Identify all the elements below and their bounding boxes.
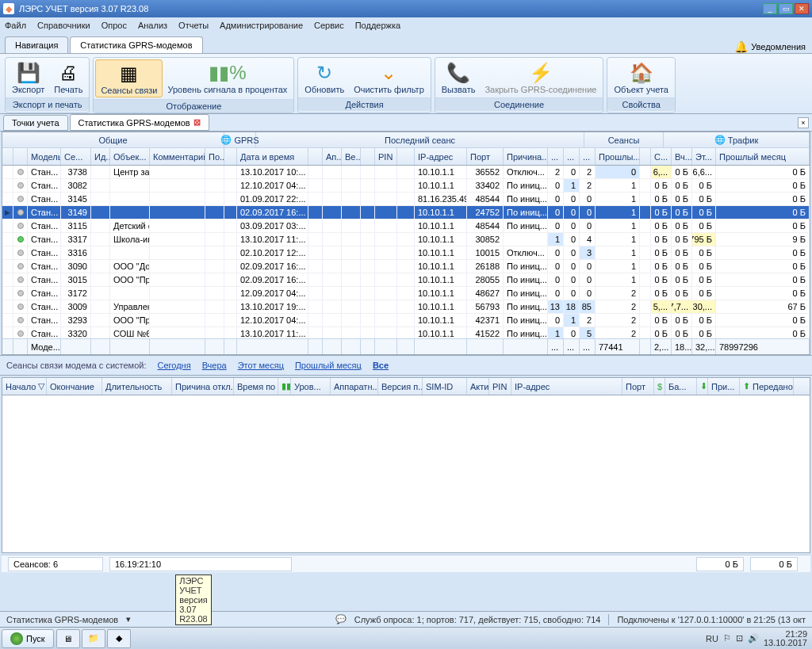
col-end[interactable]: Окончание bbox=[47, 378, 102, 395]
col-26[interactable]: Эт... bbox=[692, 148, 716, 165]
menu-analiz[interactable]: Анализ bbox=[138, 21, 167, 30]
ctab-points[interactable]: Точки учета bbox=[3, 115, 68, 131]
col-21[interactable]: ... bbox=[580, 148, 596, 165]
col-6[interactable]: Комментарий bbox=[150, 148, 205, 165]
col-8[interactable] bbox=[224, 148, 237, 165]
table-row[interactable]: Стан...3293ООО "Про...12.10.2017 04:...1… bbox=[2, 314, 810, 327]
col-23[interactable] bbox=[640, 148, 651, 165]
col-hw[interactable]: Аппаратн... bbox=[331, 378, 378, 395]
table-row[interactable]: Стан...3115Детский с...03.09.2017 03:...… bbox=[2, 220, 810, 233]
col-sim[interactable]: SIM-ID bbox=[423, 378, 467, 395]
col-0[interactable] bbox=[2, 148, 13, 165]
col-1[interactable] bbox=[13, 148, 28, 165]
col-signal-icon[interactable]: ▮▮ bbox=[278, 378, 291, 395]
table-row[interactable]: Стан...331602.10.2017 12:...10.10.1.1100… bbox=[2, 246, 810, 260]
filter-month[interactable]: Этот месяц bbox=[238, 361, 284, 370]
ribbon-clear-filter[interactable]: ⌄Очистить фильтр bbox=[349, 59, 429, 96]
table-row[interactable]: Стан...317212.09.2017 04:...10.10.1.1486… bbox=[2, 287, 810, 300]
sessions-body[interactable] bbox=[2, 395, 810, 552]
filter-today[interactable]: Сегодня bbox=[157, 361, 190, 370]
close-tab-icon[interactable]: ⊠ bbox=[193, 117, 201, 128]
table-row[interactable]: Стан...3320СОШ №63...13.10.2017 11:...10… bbox=[2, 327, 810, 338]
filter-yesterday[interactable]: Вчера bbox=[202, 361, 227, 370]
menu-spravochniki[interactable]: Справочники bbox=[37, 21, 90, 30]
col-pin[interactable]: PIN bbox=[489, 378, 511, 395]
ribbon-close-gprs[interactable]: ⚡Закрыть GPRS-соединение bbox=[480, 59, 601, 96]
col-active[interactable]: Активная... bbox=[467, 378, 489, 395]
menu-otchety[interactable]: Отчеты bbox=[178, 21, 209, 30]
ribbon-sessions[interactable]: ▦Сеансы связи bbox=[95, 59, 163, 97]
col-ip[interactable]: IP-адрес bbox=[511, 378, 622, 395]
tab-navigation[interactable]: Навигация bbox=[5, 36, 68, 53]
col-20[interactable]: ... bbox=[564, 148, 580, 165]
col-9[interactable]: Дата и время bbox=[237, 148, 308, 165]
close-button[interactable]: ✕ bbox=[795, 3, 809, 14]
tray-clock[interactable]: 21:29 13.10.2017 bbox=[764, 630, 807, 647]
ribbon-export[interactable]: 💾Экспорт bbox=[7, 59, 49, 96]
col-22[interactable]: Прошлы... bbox=[596, 148, 640, 165]
col-16[interactable]: IP-адрес bbox=[415, 148, 467, 165]
ribbon-call[interactable]: 📞Вызвать bbox=[437, 59, 481, 96]
col-12[interactable]: Ве... bbox=[342, 148, 361, 165]
col-2[interactable]: Модель bbox=[28, 148, 61, 165]
pin-button[interactable]: × bbox=[798, 117, 809, 128]
table-row[interactable]: Стан...3015ООО "Про...02.09.2017 16:...1… bbox=[2, 273, 810, 287]
tray-net-icon[interactable]: ⊡ bbox=[736, 633, 743, 643]
col-time[interactable]: Время по ... bbox=[234, 378, 278, 395]
ctab-gprs-stats[interactable]: Статистика GPRS-модемов⊠ bbox=[70, 114, 209, 131]
table-row[interactable]: Стан...3738Центр зан...13.10.2017 10:...… bbox=[2, 166, 810, 179]
tray-flag-icon[interactable]: ⚐ bbox=[723, 633, 731, 643]
col-18[interactable]: Причина... bbox=[504, 148, 548, 165]
col-24[interactable]: С... bbox=[651, 148, 672, 165]
menu-support[interactable]: Поддержка bbox=[355, 21, 400, 30]
filter-all[interactable]: Все bbox=[373, 361, 389, 370]
col-10[interactable] bbox=[308, 148, 323, 165]
menu-service[interactable]: Сервис bbox=[314, 21, 344, 30]
task-icon-1[interactable]: 🖥 bbox=[56, 629, 80, 648]
table-row[interactable]: Стан...3009Управлен...13.10.2017 19:...1… bbox=[2, 300, 810, 314]
tray-lang[interactable]: RU bbox=[706, 634, 718, 643]
menu-admin[interactable]: Администрирование bbox=[220, 21, 303, 30]
filter-prev-month[interactable]: Прошлый месяц bbox=[295, 361, 362, 370]
maximize-button[interactable]: ▭ bbox=[779, 3, 793, 14]
ribbon-print[interactable]: 🖨Печать bbox=[49, 59, 87, 96]
col-7[interactable]: По... bbox=[205, 148, 224, 165]
col-level[interactable]: Уров... bbox=[291, 378, 331, 395]
grid-body[interactable]: Стан...3738Центр зан...13.10.2017 10:...… bbox=[2, 166, 810, 338]
notifications[interactable]: 🔔 Уведомления bbox=[734, 40, 812, 53]
menu-file[interactable]: Файл bbox=[5, 21, 26, 30]
table-row[interactable]: Стан...3090ООО "Дон...02.09.2017 16:...1… bbox=[2, 260, 810, 273]
task-icon-3[interactable]: ◆ bbox=[107, 629, 131, 648]
col-tx[interactable]: ⬆ Передано bbox=[740, 378, 794, 395]
col-reason[interactable]: Причина откл... bbox=[172, 378, 234, 395]
col-19[interactable]: ... bbox=[548, 148, 564, 165]
col-start[interactable]: Начало ▽ bbox=[2, 378, 47, 395]
tab-gprs-stats[interactable]: Статистика GPRS-модемов bbox=[70, 36, 202, 53]
start-button[interactable]: Пуск bbox=[2, 629, 54, 648]
task-icon-2[interactable]: 📁 bbox=[82, 629, 105, 648]
table-row[interactable]: Стан...3317Школа-им...13.10.2017 11:...1… bbox=[2, 233, 810, 246]
ribbon-refresh[interactable]: ↻Обновить bbox=[300, 59, 349, 96]
minimize-button[interactable]: _ bbox=[763, 3, 777, 14]
table-row[interactable]: Стан...308212.10.2017 04:...10.10.1.1334… bbox=[2, 179, 810, 193]
col-balance[interactable]: Ба... bbox=[665, 378, 697, 395]
col-3[interactable]: Се... bbox=[61, 148, 91, 165]
table-row[interactable]: Стан...314501.09.2017 22:...81.16.235.49… bbox=[2, 193, 810, 206]
col-15[interactable] bbox=[397, 148, 415, 165]
col-duration[interactable]: Длительность bbox=[102, 378, 172, 395]
col-27[interactable]: Прошлый месяц bbox=[716, 148, 810, 165]
col-ver[interactable]: Версия п... bbox=[378, 378, 423, 395]
menu-opros[interactable]: Опрос bbox=[102, 21, 127, 30]
col-25[interactable]: Вч... bbox=[672, 148, 692, 165]
col-port[interactable]: Порт bbox=[622, 378, 654, 395]
col-rx-icon[interactable]: ⬇ bbox=[697, 378, 708, 395]
table-row[interactable]: ▶Стан...314902.09.2017 16:...10.10.1.124… bbox=[2, 206, 810, 220]
ribbon-object[interactable]: 🏠Объект учета bbox=[609, 59, 673, 96]
col-bal-icon[interactable]: $ bbox=[654, 378, 665, 395]
col-rx[interactable]: При... bbox=[708, 378, 740, 395]
col-4[interactable]: Ид... bbox=[91, 148, 110, 165]
ribbon-signal-level[interactable]: ▮▮%Уровень сигнала в процентах bbox=[163, 59, 292, 97]
col-5[interactable]: Объек... bbox=[110, 148, 150, 165]
col-13[interactable] bbox=[361, 148, 375, 165]
tray-sound-icon[interactable]: 🔊 bbox=[748, 633, 759, 643]
